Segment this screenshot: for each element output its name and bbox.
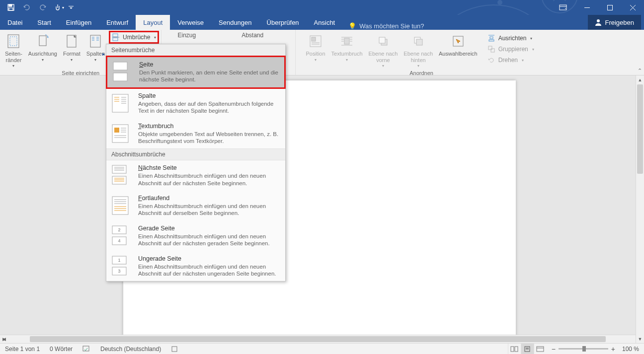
even-page-section-icon: 24 [109, 225, 131, 247]
svg-text:3: 3 [118, 269, 120, 274]
scroll-down-arrow[interactable]: ▼ [636, 335, 644, 343]
group-anordnen: Position▾ Textumbruch▾ Ebene nach vorne▾… [301, 30, 542, 75]
svg-rect-93 [537, 347, 544, 352]
menu-item-fortlaufend[interactable]: Fortlaufend Einen Abschnittsumbruch einf… [106, 191, 285, 221]
lightbulb-icon: 💡 [348, 22, 356, 30]
tab-entwurf[interactable]: Entwurf [99, 15, 136, 30]
close-button[interactable] [621, 0, 644, 15]
svg-rect-2 [9, 8, 13, 10]
scroll-right-arrow[interactable]: ▶ [0, 335, 8, 343]
svg-rect-57 [114, 128, 119, 133]
horizontal-scrollbar[interactable]: ◀ ▶ [0, 335, 636, 343]
customize-qat-button[interactable] [68, 0, 75, 14]
language-status[interactable]: Deutsch (Deutschland) [95, 344, 166, 354]
save-button[interactable] [4, 0, 18, 14]
web-layout-view[interactable] [534, 344, 547, 354]
group-button[interactable]: Gruppieren▾ [483, 44, 538, 55]
svg-rect-43 [489, 40, 494, 41]
rotate-button[interactable]: Drehen▾ [483, 55, 538, 66]
status-bar: Seite 1 von 1 0 Wörter Deutsch (Deutschl… [0, 343, 644, 354]
tab-ueberpruefen[interactable]: Überprüfen [259, 15, 307, 30]
tell-me-search[interactable]: 💡 Was möchten Sie tun? [342, 22, 430, 30]
svg-rect-5 [607, 5, 612, 10]
scroll-thumb[interactable] [637, 84, 643, 174]
menu-item-seite[interactable]: ▸ Seite Den Punkt markieren, an dem eine… [106, 56, 286, 89]
align-button[interactable]: Ausrichten▾ [483, 33, 538, 44]
word-count-status[interactable]: 0 Wörter [45, 344, 78, 354]
columns-button[interactable]: Spalten▾ [83, 31, 108, 63]
tab-verweise[interactable]: Verweise [170, 15, 211, 30]
menu-item-spalte[interactable]: Spalte Angeben, dass der auf den Spalten… [106, 88, 285, 119]
read-mode-view[interactable] [508, 344, 521, 354]
column-break-icon [109, 92, 131, 114]
tab-start[interactable]: Start [30, 15, 58, 30]
tab-ansicht[interactable]: Ansicht [307, 15, 343, 30]
svg-point-11 [597, 19, 600, 22]
menu-item-gerade-seite[interactable]: 24 Gerade Seite Einen Abschnittsumbruch … [106, 221, 285, 251]
svg-rect-24 [113, 38, 118, 41]
svg-rect-45 [491, 49, 494, 52]
ribbon: Seiten- ränder▾ Ausrichtung▾ Format▾ Spa… [0, 30, 644, 75]
tab-sendungen[interactable]: Sendungen [211, 15, 259, 30]
submenu-indicator-icon: ▸ [102, 51, 105, 57]
tab-einfuegen[interactable]: Einfügen [59, 15, 99, 30]
svg-rect-1 [9, 4, 12, 6]
orientation-button[interactable]: Ausrichtung▾ [25, 31, 60, 63]
svg-text:2: 2 [118, 227, 120, 232]
svg-rect-39 [416, 39, 422, 45]
svg-rect-12 [8, 35, 19, 48]
svg-rect-26 [312, 37, 316, 41]
zoom-slider[interactable] [559, 348, 608, 350]
svg-rect-67 [112, 176, 126, 184]
selection-pane-button[interactable]: Auswahlbereich [436, 31, 481, 58]
zoom-out-button[interactable]: − [552, 345, 556, 353]
svg-rect-42 [490, 37, 493, 39]
hscroll-thumb[interactable] [30, 336, 606, 342]
print-layout-view[interactable] [521, 344, 534, 354]
svg-rect-88 [511, 347, 514, 352]
zoom-level[interactable]: 100 % [618, 346, 639, 353]
svg-rect-44 [488, 46, 492, 50]
page-number-status[interactable]: Seite 1 von 1 [0, 344, 45, 354]
svg-rect-23 [113, 34, 118, 37]
continuous-section-icon [109, 195, 131, 216]
svg-text:1: 1 [118, 258, 120, 263]
scroll-up-arrow[interactable]: ▲ [636, 75, 644, 84]
collapse-ribbon-button[interactable]: ⌃ [638, 68, 642, 74]
tab-datei[interactable]: Datei [0, 15, 30, 30]
svg-text:4: 4 [118, 238, 120, 243]
svg-rect-14 [39, 36, 46, 46]
odd-page-section-icon: 13 [109, 255, 131, 277]
vertical-scrollbar[interactable]: ▲ ▼ [636, 75, 644, 343]
dropdown-section-section-breaks: Abschnittsumbrüche [106, 148, 285, 160]
svg-rect-47 [113, 73, 127, 81]
touch-mode-button[interactable]: ▾ [52, 0, 66, 14]
undo-button[interactable] [20, 0, 34, 14]
svg-rect-56 [112, 125, 128, 142]
ribbon-display-options[interactable] [552, 0, 574, 15]
minimize-button[interactable] [575, 0, 598, 15]
page-break-icon [112, 33, 120, 41]
menu-item-ungerade-seite[interactable]: 13 Ungerade Seite Einen Abschnittsumbruc… [106, 251, 285, 282]
send-backward-button[interactable]: Ebene nach hinten▾ [401, 31, 436, 69]
maximize-button[interactable] [598, 0, 621, 15]
title-bar: ▾ [0, 0, 644, 15]
menu-item-textumbruch[interactable]: Textumbruch Objekte umgebenden Text auf … [106, 119, 285, 149]
bring-forward-button[interactable]: Ebene nach vorne▾ [366, 31, 401, 69]
position-button[interactable]: Position▾ [303, 31, 328, 63]
breaks-dropdown-button[interactable]: Umbrüche▾ [109, 31, 159, 44]
person-icon [595, 19, 602, 26]
tab-layout[interactable]: Layout [136, 15, 170, 30]
svg-rect-13 [10, 37, 17, 46]
textwrap-button[interactable]: Textumbruch▾ [328, 31, 366, 63]
spellcheck-status[interactable] [78, 344, 95, 354]
zoom-in-button[interactable]: + [611, 345, 615, 353]
menu-item-naechste-seite[interactable]: ▸ Nächste Seite Einen Abschnittsumbruch … [106, 160, 285, 191]
svg-rect-63 [112, 165, 126, 173]
share-button[interactable]: Freigeben [588, 15, 641, 30]
redo-button[interactable] [36, 0, 50, 14]
macro-status[interactable] [166, 344, 183, 354]
size-button[interactable]: Format▾ [60, 31, 83, 63]
svg-rect-87 [172, 347, 177, 352]
margins-button[interactable]: Seiten- ränder▾ [2, 31, 25, 69]
